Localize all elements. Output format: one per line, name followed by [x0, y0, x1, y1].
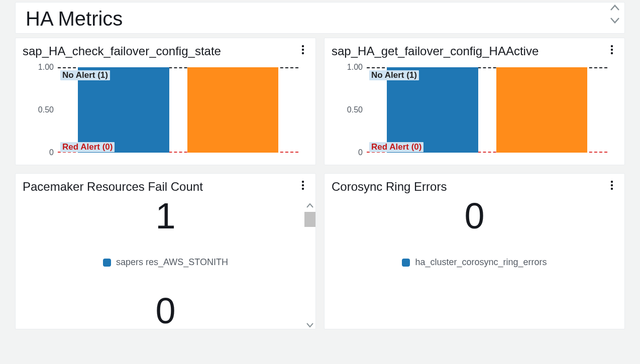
y-tick-max: 1.00: [33, 63, 54, 72]
header-scroll-controls: [610, 5, 619, 24]
panel-corosync-ring-errors: Corosync Ring Errors 0 ha_cluster_corosy…: [324, 173, 625, 329]
legend-swatch-icon: [402, 259, 410, 267]
chevron-up-icon[interactable]: [306, 203, 313, 208]
chart-area: 1.00 0.50 0 No Alert (1) Red Alert (0): [332, 62, 617, 158]
y-tick-mid: 0.50: [342, 105, 363, 114]
chart-area: 1.00 0.50 0 No Alert (1) Red Alert (0): [23, 62, 308, 158]
svg-point-7: [302, 184, 304, 186]
y-tick-mid: 0.50: [33, 105, 54, 114]
legend-swatch-icon: [103, 259, 111, 267]
annotation-red-alert: Red Alert (0): [60, 142, 115, 152]
legend-label: sapers res_AWS_STONITH: [116, 257, 228, 268]
svg-point-6: [302, 181, 304, 183]
svg-point-8: [302, 188, 304, 190]
legend: sapers res_AWS_STONITH: [23, 257, 308, 268]
scrollbar-thumb[interactable]: [304, 212, 315, 227]
chevron-down-icon[interactable]: [610, 18, 619, 24]
y-tick-min: 0: [342, 148, 363, 157]
header-card: HA Metrics: [15, 2, 625, 34]
panel-menu-button[interactable]: [297, 180, 308, 191]
bar-series-2: [187, 67, 279, 153]
svg-point-10: [611, 184, 613, 186]
panel-menu-button[interactable]: [606, 44, 617, 55]
annotation-no-alert: No Alert (1): [369, 70, 419, 80]
svg-point-4: [611, 49, 613, 51]
y-tick-max: 1.00: [342, 63, 363, 72]
page-title: HA Metrics: [26, 8, 614, 30]
chevron-down-icon[interactable]: [306, 323, 313, 328]
stat-value-secondary: 0: [23, 293, 308, 329]
row-charts: sap_HA_check_failover_config_state 1.00 …: [15, 38, 625, 165]
chevron-up-icon[interactable]: [610, 5, 619, 11]
svg-point-0: [302, 45, 304, 47]
panel-menu-button[interactable]: [606, 180, 617, 191]
y-tick-min: 0: [33, 148, 54, 157]
svg-point-9: [611, 181, 613, 183]
stat-value-primary: 1: [23, 198, 308, 234]
annotation-no-alert: No Alert (1): [60, 70, 110, 80]
panel-title: sap_HA_get_failover_config_HAActive: [332, 44, 539, 58]
panel-pacemaker-fail-count: Pacemaker Resources Fail Count 1 sapers …: [15, 173, 316, 329]
svg-point-3: [611, 45, 613, 47]
row-stats: Pacemaker Resources Fail Count 1 sapers …: [15, 173, 625, 329]
panel-title: sap_HA_check_failover_config_state: [23, 44, 221, 58]
svg-point-1: [302, 49, 304, 51]
panel-title: Pacemaker Resources Fail Count: [23, 180, 203, 194]
svg-point-5: [611, 52, 613, 54]
bar-series-2: [496, 67, 588, 153]
annotation-red-alert: Red Alert (0): [369, 142, 423, 152]
panel-menu-button[interactable]: [297, 44, 308, 55]
legend: ha_cluster_corosync_ring_errors: [332, 257, 617, 268]
legend-label: ha_cluster_corosync_ring_errors: [415, 257, 547, 268]
panel-title: Corosync Ring Errors: [332, 180, 447, 194]
svg-point-2: [302, 52, 304, 54]
panel-failover-config-state: sap_HA_check_failover_config_state 1.00 …: [15, 38, 316, 165]
stat-value-primary: 0: [332, 198, 617, 234]
panel-failover-config-haactive: sap_HA_get_failover_config_HAActive 1.00…: [324, 38, 625, 165]
svg-point-11: [611, 188, 613, 190]
